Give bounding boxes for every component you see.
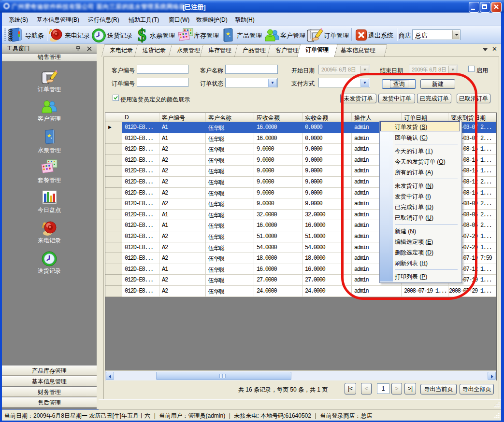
svg-text:$: $ xyxy=(138,28,146,43)
